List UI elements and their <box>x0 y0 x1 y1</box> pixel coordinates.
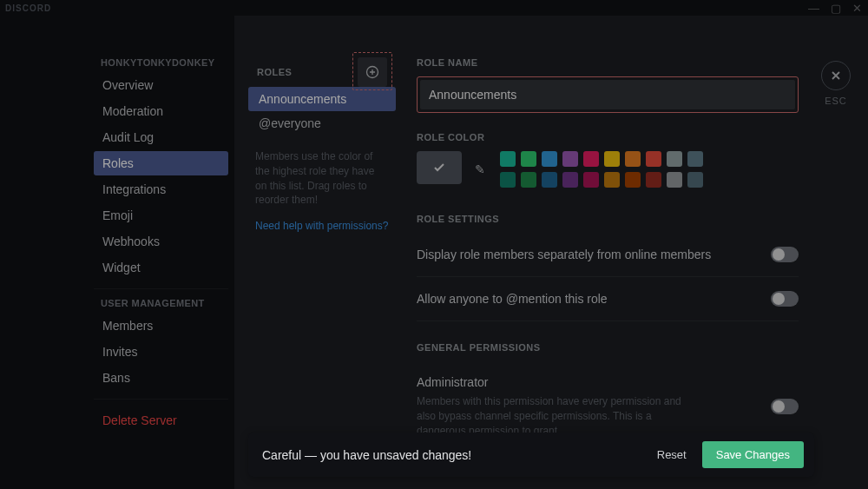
color-swatch[interactable] <box>521 151 536 167</box>
close-button[interactable] <box>821 61 851 90</box>
unsaved-changes-bar: Careful — you have unsaved changes! Rese… <box>248 433 814 477</box>
sidebar-item-bans[interactable]: Bans <box>94 366 228 390</box>
maximize-icon[interactable]: ▢ <box>831 2 842 15</box>
color-swatch[interactable] <box>687 172 703 188</box>
setting-allow-mention-label: Allow anyone to @mention this role <box>417 292 771 306</box>
plus-circle-icon <box>365 65 379 79</box>
separator <box>94 288 228 289</box>
svg-point-0 <box>367 67 378 78</box>
perm-administrator-label: Administrator <box>417 375 771 389</box>
eyedropper-icon[interactable]: ✎ <box>472 162 488 176</box>
sidebar-item-overview[interactable]: Overview <box>94 73 228 97</box>
color-swatch[interactable] <box>646 151 661 167</box>
color-swatch[interactable] <box>583 172 599 188</box>
setting-display-separate-toggle[interactable] <box>771 247 799 262</box>
role-name-input[interactable] <box>419 79 796 110</box>
sidebar-item-audit-log[interactable]: Audit Log <box>94 125 228 149</box>
color-swatch[interactable] <box>542 172 557 188</box>
roles-hint: Members use the color of the highest rol… <box>248 135 396 208</box>
roles-list: ROLES Announcements @everyone Members us… <box>248 57 396 452</box>
color-swatch[interactable] <box>667 151 682 167</box>
color-swatch[interactable] <box>625 151 641 167</box>
color-swatch[interactable] <box>667 172 682 188</box>
color-swatch-grid <box>500 151 703 188</box>
sidebar-item-integrations[interactable]: Integrations <box>94 177 228 202</box>
color-swatch[interactable] <box>521 172 536 188</box>
sidebar-item-roles[interactable]: Roles <box>94 151 228 175</box>
separator <box>94 399 228 400</box>
close-label: ESC <box>821 96 851 106</box>
sidebar-section-server: HONKYTONKYDONKEY <box>94 57 228 73</box>
sidebar-item-webhooks[interactable]: Webhooks <box>94 229 228 254</box>
sidebar-item-emoji[interactable]: Emoji <box>94 203 228 228</box>
perm-administrator-desc: Members with this permission have every … <box>417 394 694 438</box>
setting-allow-mention-toggle[interactable] <box>771 291 799 307</box>
role-name-label: ROLE NAME <box>417 57 799 68</box>
role-settings-header: ROLE SETTINGS <box>417 214 799 224</box>
sidebar-item-members[interactable]: Members <box>94 314 228 338</box>
save-changes-button[interactable]: Save Changes <box>702 441 804 468</box>
general-permissions-header: GENERAL PERMISSIONS <box>417 342 799 353</box>
color-swatch[interactable] <box>604 151 620 167</box>
unsaved-message: Careful — you have unsaved changes! <box>262 448 657 462</box>
add-role-button[interactable] <box>358 57 387 87</box>
close-icon <box>830 69 842 82</box>
reset-button[interactable]: Reset <box>657 448 687 461</box>
color-swatch[interactable] <box>604 172 620 188</box>
sidebar-section-user-management: USER MANAGEMENT <box>94 298 228 314</box>
role-item-announcements[interactable]: Announcements <box>248 87 396 111</box>
app-name: DISCORD <box>5 3 51 13</box>
window-controls: — ▢ ✕ <box>808 2 863 15</box>
sidebar-item-delete-server[interactable]: Delete Server <box>94 408 228 433</box>
sidebar-item-moderation[interactable]: Moderation <box>94 99 228 123</box>
sidebar-item-invites[interactable]: Invites <box>94 340 228 364</box>
role-item-everyone[interactable]: @everyone <box>248 111 396 135</box>
color-swatch[interactable] <box>500 172 516 188</box>
color-swatch[interactable] <box>687 151 703 167</box>
color-swatch[interactable] <box>562 172 578 188</box>
default-color-swatch[interactable] <box>417 151 462 184</box>
color-swatch[interactable] <box>583 151 599 167</box>
check-icon <box>431 160 447 175</box>
color-swatch[interactable] <box>625 172 641 188</box>
setting-display-separate-label: Display role members separately from onl… <box>417 248 771 261</box>
role-color-label: ROLE COLOR <box>417 132 799 142</box>
color-swatch[interactable] <box>562 151 578 167</box>
color-swatch[interactable] <box>542 151 557 167</box>
color-swatch[interactable] <box>500 151 516 167</box>
color-swatch[interactable] <box>646 172 661 188</box>
roles-header: ROLES <box>257 67 358 77</box>
sidebar: HONKYTONKYDONKEY Overview Moderation Aud… <box>0 16 234 489</box>
close-window-icon[interactable]: ✕ <box>852 2 863 15</box>
minimize-icon[interactable]: — <box>808 2 820 15</box>
sidebar-item-widget[interactable]: Widget <box>94 255 228 280</box>
permissions-help-link[interactable]: Need help with permissions? <box>248 208 396 244</box>
perm-administrator-toggle[interactable] <box>771 399 799 414</box>
